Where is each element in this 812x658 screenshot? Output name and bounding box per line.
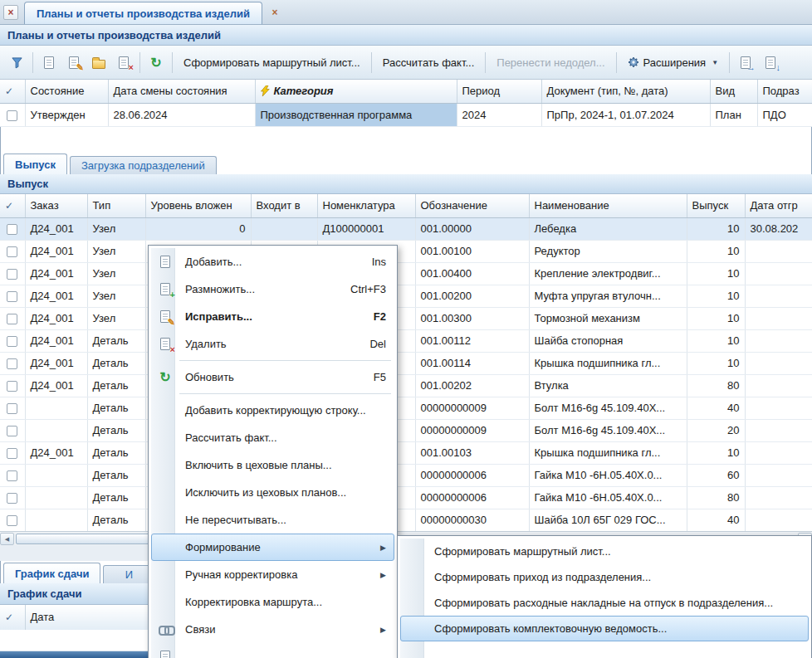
submenu-item[interactable]: [400, 641, 809, 658]
import-document-button[interactable]: ↓: [758, 51, 783, 74]
column-header-parent[interactable]: Входит в: [251, 194, 317, 217]
row-checkbox[interactable]: [7, 358, 17, 369]
scroll-left-button[interactable]: ◀: [0, 533, 14, 545]
column-header-ship-date[interactable]: Дата отгр: [745, 194, 812, 217]
tab-delivery-schedule[interactable]: График сдачи: [3, 563, 100, 583]
table-row[interactable]: Д24_001Деталь001.00202Втулка80: [0, 374, 812, 397]
table-row[interactable]: Д24_001Узел001.00300Тормозной механизм10: [0, 307, 812, 329]
menu-item[interactable]: +Размножить...Ctrl+F3: [151, 275, 394, 303]
column-header-state-date[interactable]: Дата смены состояния: [108, 80, 255, 103]
column-header-state[interactable]: Состояние: [25, 80, 108, 103]
column-header-nomenclature[interactable]: Номенклатура: [317, 194, 415, 217]
row-checkbox[interactable]: [7, 336, 17, 347]
menu-item-label: Включить в цеховые планы...: [185, 459, 332, 471]
tab-load-departments[interactable]: Загрузка подразделений: [70, 156, 217, 174]
column-header-category[interactable]: Категория: [255, 80, 457, 103]
table-row[interactable]: Деталь00000000009Болт М16-6g 45.109.40Х.…: [0, 397, 812, 419]
menu-item[interactable]: ↻ОбновитьF5: [151, 363, 394, 391]
refresh-button[interactable]: ↻: [144, 51, 169, 74]
table-row[interactable]: Д24_001Узел0Д100000001001.00000Лебедка10…: [0, 217, 812, 240]
row-checkbox[interactable]: [7, 470, 17, 481]
select-all-header[interactable]: ✓: [0, 80, 25, 103]
table-row[interactable]: Утвержден 28.06.2024 Производственная пр…: [0, 103, 812, 126]
column-header-kind[interactable]: Вид: [710, 80, 757, 103]
column-header-document[interactable]: Документ (тип, №, дата): [541, 80, 710, 103]
tab-plans-reports[interactable]: Планы и отчеты производства изделий: [24, 2, 262, 24]
row-checkbox[interactable]: [7, 403, 17, 414]
tab-output[interactable]: Выпуск: [3, 154, 67, 174]
name-cell: Гайка М10 -6Н.05.40Х.0...: [529, 464, 687, 486]
menu-item[interactable]: Ручная корректировка▶: [151, 561, 394, 588]
ship-date-cell: [745, 509, 812, 531]
submenu-item[interactable]: Сформировать маршрутный лист...: [400, 539, 809, 564]
menu-item[interactable]: Включить в цеховые планы...: [151, 451, 394, 479]
add-document-button[interactable]: [37, 51, 61, 74]
submenu-item[interactable]: Сформировать приход из подразделения...: [400, 564, 809, 590]
extensions-button[interactable]: Расширения ▼: [620, 51, 726, 74]
close-tab-button[interactable]: ×: [268, 6, 281, 19]
menu-item[interactable]: Рассчитать факт...: [151, 424, 394, 451]
menu-item[interactable]: ×УдалитьDel: [151, 330, 394, 358]
table-row[interactable]: Деталь00000000030Шайба 10Л 65Г 029 ГОС..…: [0, 509, 812, 531]
row-checkbox[interactable]: [7, 426, 17, 436]
type-cell: Узел: [87, 217, 145, 240]
route-sheet-button[interactable]: Сформировать маршрутный лист...: [176, 51, 368, 74]
filter-button[interactable]: [4, 51, 29, 74]
menu-item[interactable]: Не пересчитывать...: [151, 506, 394, 534]
menu-item[interactable]: Добавить корректирующую строку...: [151, 397, 394, 424]
name-cell: Лебедка: [529, 217, 687, 240]
dropdown-arrow-icon: ▼: [712, 59, 718, 66]
column-header-order[interactable]: Заказ: [25, 194, 87, 217]
column-header-type[interactable]: Тип: [87, 194, 145, 217]
menu-item[interactable]: Корректировка маршрута...: [151, 588, 394, 616]
row-checkbox[interactable]: [7, 269, 17, 280]
menu-item[interactable]: Связи▶: [151, 616, 394, 643]
edit-document-button[interactable]: ✎: [61, 51, 86, 74]
menu-item[interactable]: Формирование▶: [151, 534, 394, 561]
column-header-name[interactable]: Наименование: [529, 194, 687, 217]
submenu-item[interactable]: Сформировать расходные накладные на отпу…: [400, 590, 809, 616]
calc-fact-button[interactable]: Рассчитать факт...: [375, 51, 482, 74]
table-row[interactable]: Д24_001Узел001.00400Крепление электродви…: [0, 262, 812, 285]
table-row[interactable]: Деталь00000000006Гайка М10 -6Н.05.40Х.0.…: [0, 464, 812, 486]
toolbar-separator: [32, 52, 33, 73]
delete-document-button[interactable]: ×: [111, 51, 136, 74]
table-row[interactable]: Деталь00000000006Гайка М10 -6Н.05.40Х.0.…: [0, 486, 812, 509]
toolbar-separator: [616, 52, 617, 73]
export-document-button[interactable]: →: [733, 51, 758, 74]
row-checkbox[interactable]: [7, 314, 17, 324]
column-header-designation[interactable]: Обозначение: [415, 194, 529, 217]
row-checkbox[interactable]: [7, 493, 17, 504]
select-all-header[interactable]: ✓: [0, 194, 25, 217]
select-all-header[interactable]: ✓: [0, 605, 25, 630]
table-row[interactable]: Д24_001Узел001.00100Редуктор10: [0, 240, 812, 262]
submenu-item[interactable]: Сформировать комплектовочную ведомость..…: [400, 616, 809, 641]
menu-item[interactable]: Добавить...Ins: [151, 248, 394, 275]
table-row[interactable]: Д24_001Деталь001.00112Шайба стопорная10: [0, 329, 812, 352]
carry-unfinished-button[interactable]: Перенести недодел...: [489, 51, 612, 74]
column-header-period[interactable]: Период: [457, 80, 541, 103]
row-checkbox[interactable]: [7, 110, 17, 121]
table-row[interactable]: Д24_001Узел001.00200Муфта упругая втулоч…: [0, 285, 812, 307]
column-header-date[interactable]: Дата: [25, 605, 149, 630]
open-folder-button[interactable]: [86, 51, 111, 74]
menu-item[interactable]: Исключить из цеховых планов...: [151, 479, 394, 506]
designation-cell: 001.00300: [415, 307, 529, 329]
table-row[interactable]: Д24_001Деталь001.00103Крышка подшипника …: [0, 441, 812, 464]
column-header-nesting-level[interactable]: Уровень вложен: [145, 194, 251, 217]
row-checkbox[interactable]: [7, 246, 17, 257]
menu-item[interactable]: ✎Исправить...F2: [151, 303, 394, 330]
nomenclature-cell: Д100000001: [317, 217, 415, 240]
column-header-output-qty[interactable]: Выпуск: [687, 194, 745, 217]
output-tabs: Выпуск Загрузка подразделений: [0, 153, 812, 174]
row-checkbox[interactable]: [7, 448, 17, 459]
table-row[interactable]: Д24_001Деталь001.00114Крышка подшипника …: [0, 352, 812, 374]
close-panel-button[interactable]: ×: [3, 5, 18, 20]
column-header-department[interactable]: Подраз: [757, 80, 812, 103]
row-checkbox[interactable]: [7, 224, 17, 235]
table-row[interactable]: Деталь00000000009Болт М16-6g 45.109.40Х.…: [0, 419, 812, 441]
menu-item[interactable]: [151, 643, 394, 658]
row-checkbox[interactable]: [7, 515, 17, 526]
row-checkbox[interactable]: [7, 291, 17, 302]
row-checkbox[interactable]: [7, 381, 17, 392]
